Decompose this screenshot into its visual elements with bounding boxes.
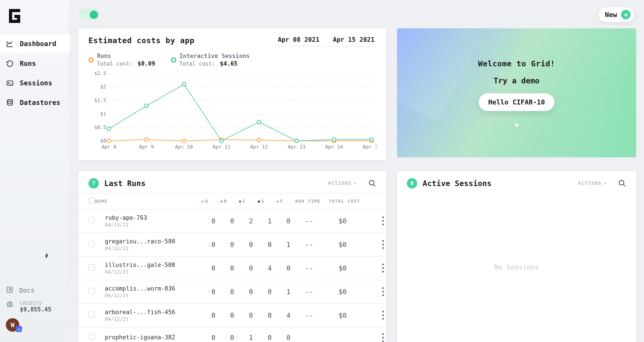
credits-amount: $9,855.45 <box>20 306 52 313</box>
sidebar: Dashboard Runs Sessions Datastores <box>0 0 70 342</box>
sidebar-docs-link[interactable]: Docs <box>0 282 70 299</box>
row-menu-button[interactable] <box>380 239 386 250</box>
runs-count-badge: 7 <box>88 178 99 189</box>
svg-point-18 <box>619 180 624 185</box>
chevron-down-icon: ▾ <box>354 180 357 186</box>
chart-point[interactable] <box>144 104 148 108</box>
row-menu-button[interactable] <box>380 286 386 297</box>
nav: Dashboard Runs Sessions Datastores <box>0 34 70 112</box>
date-to: Apr 15 2021 <box>333 36 374 43</box>
row-checkbox[interactable] <box>88 264 95 270</box>
run-q: 0 <box>202 303 220 327</box>
carousel-pager[interactable] <box>515 124 518 127</box>
run-r: 0 <box>220 233 239 256</box>
row-checkbox[interactable] <box>88 288 95 294</box>
sidebar-item-dashboard[interactable]: Dashboard <box>0 34 70 53</box>
run-cost: $0 <box>329 209 370 233</box>
dot-icon <box>239 200 241 203</box>
run-runtime: -- <box>295 233 329 256</box>
y-tick-label: $0.5 <box>94 125 106 130</box>
col-r: R <box>224 198 227 204</box>
runs-actions-menu[interactable]: ACTIONS ▾ <box>328 180 357 186</box>
run-f: 4 <box>276 303 295 327</box>
legend-value: $4.65 <box>220 60 238 67</box>
row-menu-button[interactable] <box>380 263 386 273</box>
x-tick-label: Apr 12 <box>250 144 268 150</box>
run-name: accomplis...worm-836 <box>105 285 201 292</box>
actions-label: ACTIONS <box>328 180 352 186</box>
demo-button[interactable]: Hello CIFAR-10 <box>479 93 554 111</box>
chart-point[interactable] <box>144 138 148 141</box>
col-runtime: RUN TIME <box>295 193 329 209</box>
row-checkbox[interactable] <box>88 311 95 318</box>
chart-point[interactable] <box>107 139 111 143</box>
sidebar-item-datastores[interactable]: Datastores <box>0 93 70 112</box>
chart-point[interactable] <box>182 83 186 86</box>
chart-point[interactable] <box>257 138 261 142</box>
search-icon[interactable] <box>368 179 376 187</box>
table-row[interactable]: gregariou...raco-58004/12/2100001--$0 <box>78 233 386 256</box>
row-checkbox[interactable] <box>88 334 95 340</box>
run-date: 04/12/21 <box>105 246 201 251</box>
svg-rect-8 <box>8 303 12 306</box>
money-icon <box>6 300 14 308</box>
table-row[interactable]: prophetic-iguana-38200100 <box>78 327 386 342</box>
y-tick-label: $0 <box>100 138 106 144</box>
sidebar-item-runs[interactable]: Runs <box>0 54 70 73</box>
table-row[interactable]: arboreal-...fish-45604/12/2100004--$0 <box>78 303 386 327</box>
run-s: 0 <box>258 303 277 327</box>
date-range-picker[interactable]: Apr 08 2021 Apr 15 2021 <box>276 36 376 47</box>
legend-item-sessions[interactable]: Interactive Sessions Total cost: $4.65 <box>171 52 250 68</box>
sessions-actions-menu[interactable]: ACTIONS ▾ <box>578 180 607 186</box>
topbar: New + <box>78 5 635 28</box>
svg-point-9 <box>9 303 11 305</box>
y-tick-label: $1 <box>100 111 106 117</box>
select-all-checkbox[interactable] <box>88 197 95 204</box>
plus-icon: + <box>621 10 630 19</box>
new-button[interactable]: New + <box>599 7 634 22</box>
run-f: 0 <box>276 209 295 233</box>
y-tick-label: $2 <box>100 84 106 90</box>
run-s: 0 <box>258 327 277 342</box>
chart-point[interactable] <box>295 139 298 143</box>
legend-value: $0.09 <box>138 60 155 67</box>
legend-item-runs[interactable]: Runs Total cost: $0.09 <box>88 52 155 68</box>
run-runtime: -- <box>295 256 329 280</box>
run-q: 0 <box>202 209 220 233</box>
row-menu-button[interactable] <box>380 215 386 226</box>
connection-toggle[interactable] <box>80 9 99 20</box>
row-checkbox[interactable] <box>88 217 95 223</box>
col-q: Q <box>205 198 208 204</box>
chart-point[interactable] <box>182 139 186 143</box>
chart-point[interactable] <box>370 138 374 141</box>
row-menu-button[interactable] <box>380 332 386 342</box>
pager-dot[interactable] <box>515 124 518 127</box>
run-r: 0 <box>220 303 239 327</box>
chart-line-icon <box>6 40 14 48</box>
run-cost: $0 <box>329 233 370 256</box>
dot-icon <box>258 200 260 203</box>
run-name: arboreal-...fish-456 <box>105 309 201 315</box>
table-row[interactable]: ruby-ape-76304/13/2100210--$0 <box>78 209 386 233</box>
sidebar-item-label: Sessions <box>20 79 52 87</box>
sidebar-item-label: Dashboard <box>20 40 56 48</box>
active-sessions-card: 0 Active Sessions ACTIONS ▾ No Sessions <box>397 171 636 342</box>
history-icon <box>6 60 14 67</box>
credits-label: CREDITS <box>20 300 52 306</box>
table-row[interactable]: illustrio...gale-50804/12/2100040--$0 <box>78 256 386 280</box>
sessions-count-badge: 0 <box>407 178 417 189</box>
dot-icon <box>88 57 94 63</box>
row-menu-button[interactable] <box>380 310 386 321</box>
runs-title: Last Runs <box>104 179 146 188</box>
chart-point[interactable] <box>332 138 336 141</box>
chart-point[interactable] <box>257 120 261 124</box>
run-date: 04/12/21 <box>105 293 201 298</box>
chart-point[interactable] <box>107 127 111 131</box>
table-row[interactable]: accomplis...worm-83604/12/2100001--$0 <box>78 280 386 303</box>
chart-point[interactable] <box>220 139 223 143</box>
sidebar-item-sessions[interactable]: Sessions <box>0 74 70 92</box>
chart-line <box>109 84 372 141</box>
avatar-menu[interactable]: W ★ <box>0 314 70 335</box>
search-icon[interactable] <box>618 179 626 187</box>
row-checkbox[interactable] <box>88 241 95 247</box>
